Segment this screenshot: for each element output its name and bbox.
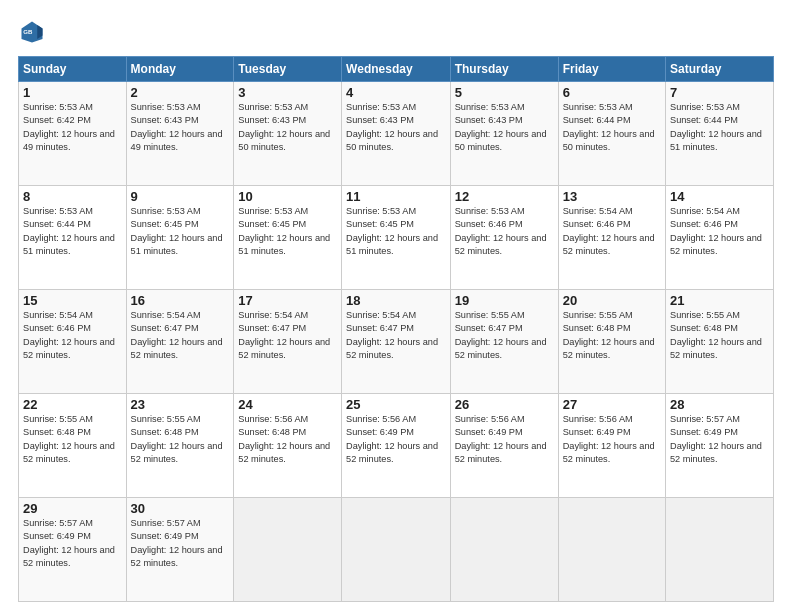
week-row-3: 15Sunrise: 5:54 AMSunset: 6:46 PMDayligh… [19, 290, 774, 394]
calendar-cell: 13Sunrise: 5:54 AMSunset: 6:46 PMDayligh… [558, 186, 665, 290]
calendar-cell [450, 498, 558, 602]
calendar-cell: 27Sunrise: 5:56 AMSunset: 6:49 PMDayligh… [558, 394, 665, 498]
cell-text: Sunrise: 5:53 AMSunset: 6:46 PMDaylight:… [455, 206, 547, 256]
cell-text: Sunrise: 5:53 AMSunset: 6:45 PMDaylight:… [238, 206, 330, 256]
day-number: 22 [23, 397, 122, 412]
cell-text: Sunrise: 5:54 AMSunset: 6:46 PMDaylight:… [670, 206, 762, 256]
cell-text: Sunrise: 5:53 AMSunset: 6:43 PMDaylight:… [131, 102, 223, 152]
calendar-cell: 30Sunrise: 5:57 AMSunset: 6:49 PMDayligh… [126, 498, 234, 602]
cell-text: Sunrise: 5:53 AMSunset: 6:45 PMDaylight:… [131, 206, 223, 256]
calendar-cell [666, 498, 774, 602]
calendar-cell: 11Sunrise: 5:53 AMSunset: 6:45 PMDayligh… [342, 186, 451, 290]
cell-text: Sunrise: 5:56 AMSunset: 6:49 PMDaylight:… [346, 414, 438, 464]
day-number: 30 [131, 501, 230, 516]
cell-text: Sunrise: 5:56 AMSunset: 6:48 PMDaylight:… [238, 414, 330, 464]
cell-text: Sunrise: 5:54 AMSunset: 6:46 PMDaylight:… [23, 310, 115, 360]
week-row-2: 8Sunrise: 5:53 AMSunset: 6:44 PMDaylight… [19, 186, 774, 290]
day-number: 4 [346, 85, 446, 100]
calendar-cell: 20Sunrise: 5:55 AMSunset: 6:48 PMDayligh… [558, 290, 665, 394]
cell-text: Sunrise: 5:54 AMSunset: 6:47 PMDaylight:… [131, 310, 223, 360]
day-number: 3 [238, 85, 337, 100]
cell-text: Sunrise: 5:56 AMSunset: 6:49 PMDaylight:… [455, 414, 547, 464]
calendar-cell: 7Sunrise: 5:53 AMSunset: 6:44 PMDaylight… [666, 82, 774, 186]
day-number: 27 [563, 397, 661, 412]
calendar-cell: 21Sunrise: 5:55 AMSunset: 6:48 PMDayligh… [666, 290, 774, 394]
cell-text: Sunrise: 5:53 AMSunset: 6:44 PMDaylight:… [23, 206, 115, 256]
day-number: 5 [455, 85, 554, 100]
calendar-cell: 28Sunrise: 5:57 AMSunset: 6:49 PMDayligh… [666, 394, 774, 498]
cell-text: Sunrise: 5:54 AMSunset: 6:46 PMDaylight:… [563, 206, 655, 256]
cell-text: Sunrise: 5:55 AMSunset: 6:48 PMDaylight:… [670, 310, 762, 360]
day-number: 29 [23, 501, 122, 516]
day-number: 26 [455, 397, 554, 412]
cell-text: Sunrise: 5:56 AMSunset: 6:49 PMDaylight:… [563, 414, 655, 464]
day-number: 18 [346, 293, 446, 308]
calendar-cell: 25Sunrise: 5:56 AMSunset: 6:49 PMDayligh… [342, 394, 451, 498]
cell-text: Sunrise: 5:55 AMSunset: 6:48 PMDaylight:… [23, 414, 115, 464]
day-number: 10 [238, 189, 337, 204]
calendar-cell [234, 498, 342, 602]
cell-text: Sunrise: 5:53 AMSunset: 6:45 PMDaylight:… [346, 206, 438, 256]
logo: GB [18, 18, 50, 46]
calendar-cell: 17Sunrise: 5:54 AMSunset: 6:47 PMDayligh… [234, 290, 342, 394]
col-header-sunday: Sunday [19, 57, 127, 82]
calendar-cell: 15Sunrise: 5:54 AMSunset: 6:46 PMDayligh… [19, 290, 127, 394]
cell-text: Sunrise: 5:57 AMSunset: 6:49 PMDaylight:… [23, 518, 115, 568]
cell-text: Sunrise: 5:55 AMSunset: 6:47 PMDaylight:… [455, 310, 547, 360]
calendar-cell: 16Sunrise: 5:54 AMSunset: 6:47 PMDayligh… [126, 290, 234, 394]
calendar-cell: 10Sunrise: 5:53 AMSunset: 6:45 PMDayligh… [234, 186, 342, 290]
cell-text: Sunrise: 5:53 AMSunset: 6:43 PMDaylight:… [238, 102, 330, 152]
calendar-cell: 29Sunrise: 5:57 AMSunset: 6:49 PMDayligh… [19, 498, 127, 602]
cell-text: Sunrise: 5:53 AMSunset: 6:44 PMDaylight:… [670, 102, 762, 152]
col-header-saturday: Saturday [666, 57, 774, 82]
cell-text: Sunrise: 5:55 AMSunset: 6:48 PMDaylight:… [563, 310, 655, 360]
calendar-cell: 9Sunrise: 5:53 AMSunset: 6:45 PMDaylight… [126, 186, 234, 290]
calendar-table: SundayMondayTuesdayWednesdayThursdayFrid… [18, 56, 774, 602]
day-number: 14 [670, 189, 769, 204]
day-number: 20 [563, 293, 661, 308]
day-number: 16 [131, 293, 230, 308]
calendar-cell: 5Sunrise: 5:53 AMSunset: 6:43 PMDaylight… [450, 82, 558, 186]
header: GB [18, 18, 774, 46]
calendar-cell: 3Sunrise: 5:53 AMSunset: 6:43 PMDaylight… [234, 82, 342, 186]
calendar-cell [342, 498, 451, 602]
day-number: 19 [455, 293, 554, 308]
cell-text: Sunrise: 5:57 AMSunset: 6:49 PMDaylight:… [670, 414, 762, 464]
day-number: 7 [670, 85, 769, 100]
week-row-5: 29Sunrise: 5:57 AMSunset: 6:49 PMDayligh… [19, 498, 774, 602]
calendar-cell [558, 498, 665, 602]
day-number: 23 [131, 397, 230, 412]
calendar-cell: 19Sunrise: 5:55 AMSunset: 6:47 PMDayligh… [450, 290, 558, 394]
cell-text: Sunrise: 5:54 AMSunset: 6:47 PMDaylight:… [238, 310, 330, 360]
calendar-cell: 14Sunrise: 5:54 AMSunset: 6:46 PMDayligh… [666, 186, 774, 290]
svg-text:GB: GB [23, 28, 33, 35]
calendar-cell: 1Sunrise: 5:53 AMSunset: 6:42 PMDaylight… [19, 82, 127, 186]
col-header-thursday: Thursday [450, 57, 558, 82]
day-number: 21 [670, 293, 769, 308]
calendar-cell: 4Sunrise: 5:53 AMSunset: 6:43 PMDaylight… [342, 82, 451, 186]
calendar-cell: 12Sunrise: 5:53 AMSunset: 6:46 PMDayligh… [450, 186, 558, 290]
cell-text: Sunrise: 5:53 AMSunset: 6:44 PMDaylight:… [563, 102, 655, 152]
page: GB SundayMondayTuesdayWednesdayThursdayF… [0, 0, 792, 612]
cell-text: Sunrise: 5:53 AMSunset: 6:43 PMDaylight:… [346, 102, 438, 152]
calendar-cell: 8Sunrise: 5:53 AMSunset: 6:44 PMDaylight… [19, 186, 127, 290]
day-number: 2 [131, 85, 230, 100]
cell-text: Sunrise: 5:53 AMSunset: 6:43 PMDaylight:… [455, 102, 547, 152]
day-number: 1 [23, 85, 122, 100]
cell-text: Sunrise: 5:54 AMSunset: 6:47 PMDaylight:… [346, 310, 438, 360]
day-number: 9 [131, 189, 230, 204]
cell-text: Sunrise: 5:57 AMSunset: 6:49 PMDaylight:… [131, 518, 223, 568]
day-number: 13 [563, 189, 661, 204]
col-header-tuesday: Tuesday [234, 57, 342, 82]
day-number: 6 [563, 85, 661, 100]
calendar-cell: 2Sunrise: 5:53 AMSunset: 6:43 PMDaylight… [126, 82, 234, 186]
logo-icon: GB [18, 18, 46, 46]
calendar-cell: 26Sunrise: 5:56 AMSunset: 6:49 PMDayligh… [450, 394, 558, 498]
day-number: 25 [346, 397, 446, 412]
col-header-wednesday: Wednesday [342, 57, 451, 82]
calendar-cell: 23Sunrise: 5:55 AMSunset: 6:48 PMDayligh… [126, 394, 234, 498]
cell-text: Sunrise: 5:53 AMSunset: 6:42 PMDaylight:… [23, 102, 115, 152]
week-row-1: 1Sunrise: 5:53 AMSunset: 6:42 PMDaylight… [19, 82, 774, 186]
day-number: 28 [670, 397, 769, 412]
day-number: 15 [23, 293, 122, 308]
